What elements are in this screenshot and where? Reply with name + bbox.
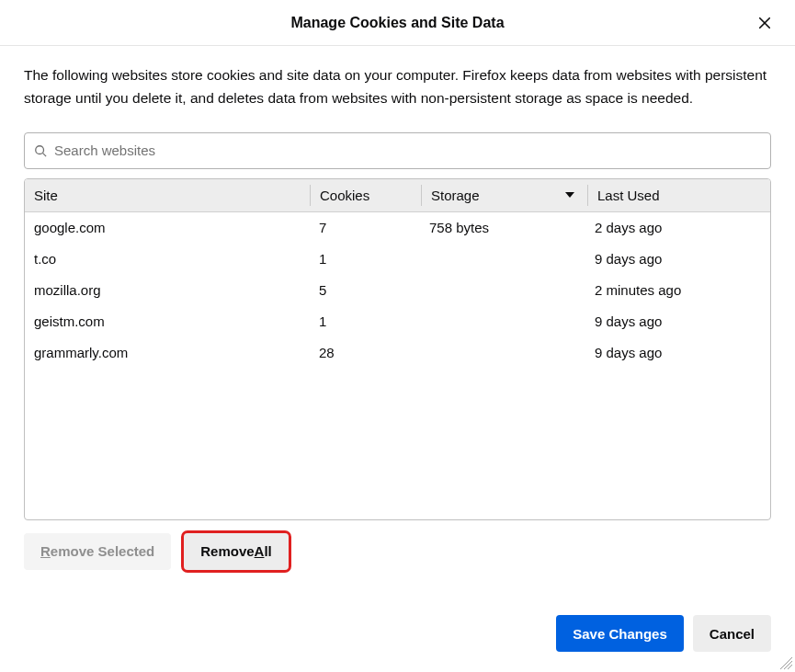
remove-selected-button: Remove Selected: [24, 533, 171, 570]
column-label: Storage: [431, 188, 480, 203]
cancel-button[interactable]: Cancel: [693, 615, 771, 652]
column-header-cookies[interactable]: Cookies: [311, 179, 421, 211]
save-changes-button[interactable]: Save Changes: [556, 615, 684, 652]
site-data-table: Site Cookies Storage Last Used google.co…: [24, 178, 771, 520]
search-icon: [34, 144, 47, 157]
search-box[interactable]: [24, 132, 771, 169]
column-label: Last Used: [597, 188, 660, 203]
sort-descending-icon: [565, 192, 574, 198]
cell-site: t.co: [25, 251, 310, 267]
column-header-last-used[interactable]: Last Used: [588, 179, 770, 211]
svg-line-5: [784, 661, 792, 669]
table-row[interactable]: geistm.com19 days ago: [25, 306, 770, 337]
close-button[interactable]: [753, 11, 777, 35]
column-header-storage[interactable]: Storage: [422, 179, 587, 211]
cell-site: google.com: [25, 220, 310, 235]
table-row[interactable]: grammarly.com289 days ago: [25, 337, 770, 369]
column-label: Site: [34, 188, 58, 203]
mnemonic: A: [255, 543, 265, 559]
cell-storage: 758 bytes: [420, 220, 585, 235]
button-label-pre: Remove: [200, 543, 254, 559]
remove-all-button[interactable]: Remove All: [184, 533, 289, 570]
resize-grip-icon[interactable]: [777, 654, 793, 670]
cell-last-used: 9 days ago: [585, 345, 770, 360]
dialog-content: The following websites store cookies and…: [0, 46, 795, 570]
cell-cookies: 5: [310, 282, 420, 298]
button-label: emove Selected: [51, 543, 154, 559]
button-label-post: ll: [264, 543, 271, 559]
cell-cookies: 7: [310, 220, 420, 235]
cell-site: mozilla.org: [25, 282, 310, 298]
cell-site: grammarly.com: [25, 345, 310, 360]
cell-cookies: 1: [310, 313, 420, 329]
svg-point-2: [36, 145, 44, 154]
close-icon: [756, 15, 773, 31]
table-row[interactable]: mozilla.org52 minutes ago: [25, 275, 770, 306]
cell-cookies: 28: [310, 345, 420, 360]
column-label: Cookies: [320, 188, 369, 203]
right-button-group: Save Changes Cancel: [556, 615, 771, 652]
dialog-title: Manage Cookies and Site Data: [290, 15, 504, 31]
search-input[interactable]: [54, 142, 761, 158]
dialog-header: Manage Cookies and Site Data: [0, 0, 795, 46]
left-button-group: Remove Selected Remove All: [24, 533, 771, 570]
cell-cookies: 1: [310, 251, 420, 267]
mnemonic: R: [40, 543, 51, 559]
table-header: Site Cookies Storage Last Used: [25, 179, 770, 212]
cell-last-used: 2 days ago: [585, 220, 770, 235]
table-row[interactable]: t.co19 days ago: [25, 244, 770, 275]
cell-last-used: 9 days ago: [585, 313, 770, 329]
table-row[interactable]: google.com7758 bytes2 days ago: [25, 212, 770, 244]
cell-site: geistm.com: [25, 313, 310, 329]
svg-line-3: [43, 153, 47, 156]
description-text: The following websites store cookies and…: [24, 64, 771, 110]
table-body: google.com7758 bytes2 days agot.co19 day…: [25, 212, 770, 519]
cell-last-used: 9 days ago: [585, 251, 770, 267]
column-header-site[interactable]: Site: [25, 179, 310, 211]
cell-last-used: 2 minutes ago: [585, 282, 770, 298]
